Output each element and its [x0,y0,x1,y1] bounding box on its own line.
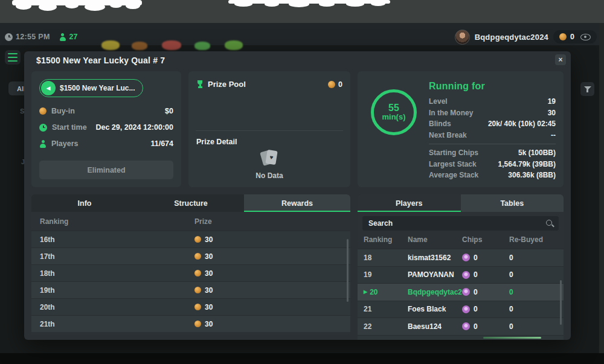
prize-pool-amount: 0 [338,80,342,89]
player-chips: 0 [474,270,478,279]
info-row-icon [39,107,47,115]
rewards-table-row[interactable]: 17th 30 [31,247,350,264]
stack-row-label: Largest Stack [429,160,477,168]
reward-ranking: 18th [31,269,194,278]
players-tab[interactable]: Players [358,194,461,212]
reward-ranking: 21th [31,320,194,328]
top-bar-right: Bqdpgeqdytac2024 0 [455,28,597,46]
column-prize: Prize [194,217,212,226]
avatar[interactable] [455,30,470,45]
lobby-emoji-icon [162,40,181,50]
info-row: Start time Dec 29, 2024 12:00:00 [39,123,173,132]
rewards-table-header: Ranking Prize [31,212,350,231]
player-rebuyed: 0 [509,322,557,331]
censor-scribble [228,0,390,8]
reward-prize: 30 [205,303,213,311]
clock-icon [5,33,13,41]
rewards-tab[interactable]: Structure [138,194,244,212]
rewards-table-row[interactable]: 18th 30 [31,264,350,281]
players-tabbar: Players Tables [358,194,564,212]
rewards-panel: Info Structure Rewards Ranking Prize 16t… [31,194,350,335]
prize-pool-card: Prize Pool 0 Prize Detail ♥ No Data [188,71,350,187]
player-chips: 0 [474,305,478,313]
rewards-table-row[interactable]: 19th 30 [31,281,350,298]
rewards-scrollbar[interactable] [347,239,349,302]
timer-value: 55 [388,103,399,113]
current-time: 12:55 PM [16,33,50,41]
filter-button[interactable] [580,82,594,96]
reward-prize: 30 [205,269,213,278]
rewards-tabbar: Info Structure Rewards [31,194,350,212]
rewards-table-row[interactable]: 21th 30 [31,315,350,332]
info-row-icon [39,124,47,132]
players-table-row[interactable]: ▶ 20 Bqdpgeqdytac2... 0 0 [358,283,564,301]
no-data-placeholder: ♥ No Data [188,148,350,180]
players-online-icon [59,33,66,41]
player-rebuyed: 0 [509,288,557,296]
page-scrollbar[interactable] [599,23,604,364]
close-button[interactable]: × [555,54,566,65]
stack-row: Average Stack 306.36k (8BB) [429,170,556,181]
column-ranking: Ranking [31,217,194,226]
coin-icon [194,287,201,293]
players-table-row[interactable]: 19 PAMOYANAN 0 0 [358,266,564,284]
players-horizontal-scrollbar[interactable] [483,337,541,339]
modal-title: $1500 New Year Lucky Qual # 7 [36,56,165,65]
stack-row-label: Average Stack [429,171,478,179]
eye-icon[interactable] [580,34,591,40]
player-ranking: 21 [364,305,371,313]
balance-value: 0 [570,33,574,41]
players-online-count: 27 [69,33,78,41]
eliminated-button[interactable]: Eliminated [39,161,173,179]
players-table-row[interactable]: 22 Baesu124 0 0 [358,318,564,335]
lobby-emoji-icon [194,42,210,50]
tournament-info-card: ◀ $1500 New Year Luc... Buy-in $0 Start … [31,71,181,187]
player-rebuyed: 0 [509,254,557,262]
status-row: In the Money 30 [429,107,556,119]
timer-unit: min(s) [382,113,406,121]
coin-icon [328,81,335,88]
player-ranking: 19 [364,270,371,279]
back-arrow-icon: ◀ [41,81,56,95]
rewards-tab[interactable]: Info [31,194,138,212]
menu-button[interactable] [5,50,21,65]
rewards-tab[interactable]: Rewards [244,194,350,212]
info-row: Buy-in $0 [39,106,173,116]
player-name: kismat31562 [408,254,462,262]
info-row-label: Start time [52,123,87,132]
tournament-pill[interactable]: ◀ $1500 New Year Luc... [39,79,143,97]
reward-prize: 30 [205,235,213,244]
top-strip [0,0,604,23]
reward-ranking: 16th [31,235,194,244]
status-row-value: -- [551,131,556,139]
tournament-status-card: 55 min(s) Running for Level 19 In the Mo… [358,71,564,187]
top-bar-left: 12:55 PM 27 [5,29,78,45]
player-chips: 0 [474,288,478,296]
coin-icon [559,33,567,40]
player-name: Foes Black [408,305,462,313]
player-rebuyed: 0 [509,339,557,340]
players-tab[interactable]: Tables [461,194,564,212]
info-row-icon [39,140,47,148]
info-row-label: Players [51,139,78,148]
tournament-pill-title: $1500 New Year Luc... [60,84,135,92]
players-table-row[interactable]: 18 kismat31562 0 0 [358,249,564,266]
player-chips: 0 [474,322,478,331]
search-icon[interactable] [545,219,554,228]
reward-ranking: 17th [31,252,194,261]
divider [429,144,556,144]
status-row-value: 20k/ 40k (10k) 02:45 [488,120,556,128]
status-row-label: Blinds [429,120,451,128]
rewards-table-row[interactable]: 20th 30 [31,298,350,315]
info-row-value: $0 [165,107,173,115]
prize-detail-label: Prize Detail [196,138,237,146]
censor-scribble [12,0,142,11]
running-timer-ring: 55 min(s) [371,89,417,135]
stack-row: Starting Chips 5k (100BB) [429,147,556,159]
stack-row: Largest Stack 1,564.79k (39BB) [429,159,556,170]
player-ranking: 22 [364,322,371,331]
search-input[interactable] [362,216,559,231]
rewards-table-row[interactable]: 16th 30 [31,231,350,247]
players-scrollbar[interactable] [560,280,562,325]
players-table-row[interactable]: 21 Foes Black 0 0 [358,301,564,318]
